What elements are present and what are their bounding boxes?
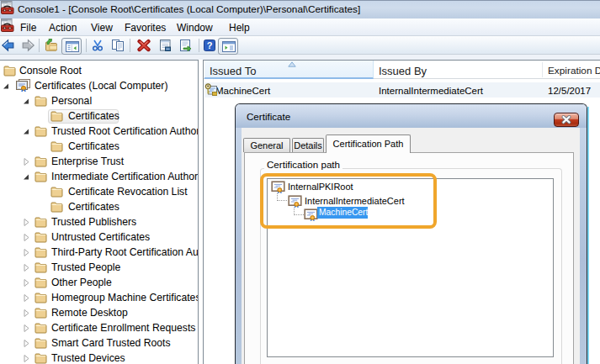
- svg-text:?: ?: [207, 40, 213, 50]
